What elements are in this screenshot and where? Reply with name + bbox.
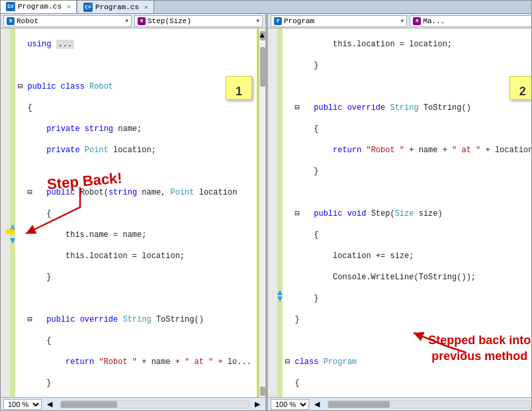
code-line: } [285, 166, 531, 177]
code-line [18, 60, 254, 71]
right-nav-margin [277, 28, 283, 397]
editors-row: R Robot ▼ M Step(Size) ▼ [1, 14, 531, 410]
code-line: ⊟ public override String ToString() [285, 103, 531, 113]
code-line: { [18, 336, 254, 346]
code-line: { [285, 378, 531, 388]
code-line: this.location = location; [18, 251, 254, 261]
right-code-lines[interactable]: this.location = location; } ⊟ public ove… [283, 28, 531, 397]
code-line: this.name = name; [18, 230, 254, 240]
cs-icon-right: C# [83, 3, 93, 12]
cs-icon: C# [6, 2, 15, 11]
code-line: { [18, 208, 254, 219]
code-line: } [285, 60, 531, 71]
right-zoom-select[interactable]: 100 % 75 % 150 % [271, 399, 309, 410]
code-line: location += size; [285, 251, 531, 261]
code-line: using ... [18, 39, 254, 50]
left-gutter [1, 28, 10, 397]
left-class-arrow: ▼ [125, 18, 128, 24]
scroll-down-arrow[interactable] [260, 387, 265, 396]
left-tab-close[interactable]: ✕ [67, 3, 71, 11]
scroll-up-arrow[interactable]: ▲ [260, 31, 265, 40]
left-status-bar: 100 % 75 % 150 % ◀ ▶ [1, 397, 265, 410]
right-member-text: Ma... [423, 17, 531, 25]
code-line: { [285, 230, 531, 240]
left-scroll-left[interactable]: ◀ [47, 399, 55, 410]
right-status-bar: 100 % 75 % 150 % ◀ ▶ [268, 397, 531, 410]
code-line: } [285, 314, 531, 325]
left-member-arrow: ▼ [256, 18, 259, 24]
code-line: } [18, 272, 254, 283]
code-line: ⊟ class Program [285, 357, 531, 367]
right-member-icon: M [413, 17, 421, 25]
code-line: return "Robot " + name + " at " + locati… [285, 145, 531, 156]
code-line: private Point location; [18, 145, 254, 156]
member-icon: M [138, 17, 146, 25]
left-nav-margin [10, 28, 15, 397]
left-zoom-select[interactable]: 100 % 75 % 150 % [3, 399, 42, 410]
left-class-dropdown[interactable]: R Robot ▼ [3, 15, 132, 27]
left-toolbar: R Robot ▼ M Step(Size) ▼ [1, 14, 265, 28]
right-member-dropdown[interactable]: M Ma... ▼ [410, 15, 531, 27]
code-line [18, 166, 254, 177]
right-gutter [268, 28, 277, 397]
code-line: Console.WriteLine(ToString()); [285, 272, 531, 283]
right-tab-close[interactable]: ✕ [144, 3, 148, 11]
left-tab[interactable]: C# Program.cs ✕ [1, 1, 77, 13]
code-line: { [18, 103, 254, 113]
left-member-dropdown[interactable]: M Step(Size) ▼ [134, 15, 263, 27]
code-line [285, 336, 531, 346]
right-code-area: this.location = location; } ⊟ public ove… [268, 28, 531, 397]
code-line: ⊟ public class Robot [18, 81, 254, 92]
right-scroll-left[interactable]: ◀ [314, 399, 322, 410]
code-line: ⊟ public Robot(string name, Point locati… [18, 187, 254, 198]
left-class-text: Robot [17, 17, 123, 25]
code-line: } [18, 378, 254, 388]
right-nav-down[interactable] [277, 297, 283, 302]
left-editor-pane: R Robot ▼ M Step(Size) ▼ [1, 14, 265, 410]
main-window: C# Program.cs ✕ C# Program.cs ✕ R Robot … [0, 0, 532, 411]
right-nav-up[interactable] [277, 290, 283, 295]
class-icon: R [7, 17, 15, 25]
left-hscroll-thumb[interactable] [61, 401, 117, 408]
nav-down-btn[interactable] [10, 238, 15, 244]
code-line [18, 293, 254, 304]
code-line: private string name; [18, 124, 254, 134]
right-tab-label: Program.cs [95, 3, 139, 11]
code-line: } [285, 293, 531, 304]
right-tab[interactable]: C# Program.cs ✕ [78, 1, 154, 13]
left-scroll-right[interactable]: ▶ [255, 399, 263, 410]
right-hscroll-thumb[interactable] [328, 401, 390, 408]
right-class-dropdown[interactable]: P Program ▼ [271, 15, 407, 27]
right-class-text: Program [284, 17, 399, 25]
left-hscrollbar[interactable] [60, 400, 249, 408]
right-editor-pane: P Program ▼ M Ma... ▼ [268, 14, 531, 410]
left-member-text: Step(Size) [148, 17, 254, 25]
code-line [285, 81, 531, 92]
right-toolbar: P Program ▼ M Ma... ▼ [268, 14, 531, 28]
left-tab-label: Program.cs [18, 3, 62, 11]
code-line: return "Robot " + name + " at " + lo... [18, 357, 254, 367]
code-line [285, 187, 531, 198]
code-line: this.location = location; [285, 39, 531, 50]
left-scrollbar[interactable]: ▲ [259, 28, 265, 397]
right-class-icon: P [274, 17, 282, 25]
code-line: { [285, 124, 531, 134]
tab-bar: C# Program.cs ✕ C# Program.cs ✕ [1, 1, 531, 14]
tab-spacer [154, 1, 531, 13]
code-line: ⊟ public override String ToString() [18, 314, 254, 325]
left-scroll-thumb[interactable] [260, 47, 265, 87]
code-line: ⊟ public void Step(Size size) [285, 208, 531, 219]
left-code-area: using ... ⊟ public class Robot { private… [1, 28, 265, 397]
right-class-arrow: ▼ [401, 18, 404, 24]
left-code-lines[interactable]: using ... ⊟ public class Robot { private… [15, 28, 257, 397]
right-hscrollbar[interactable] [328, 400, 531, 408]
